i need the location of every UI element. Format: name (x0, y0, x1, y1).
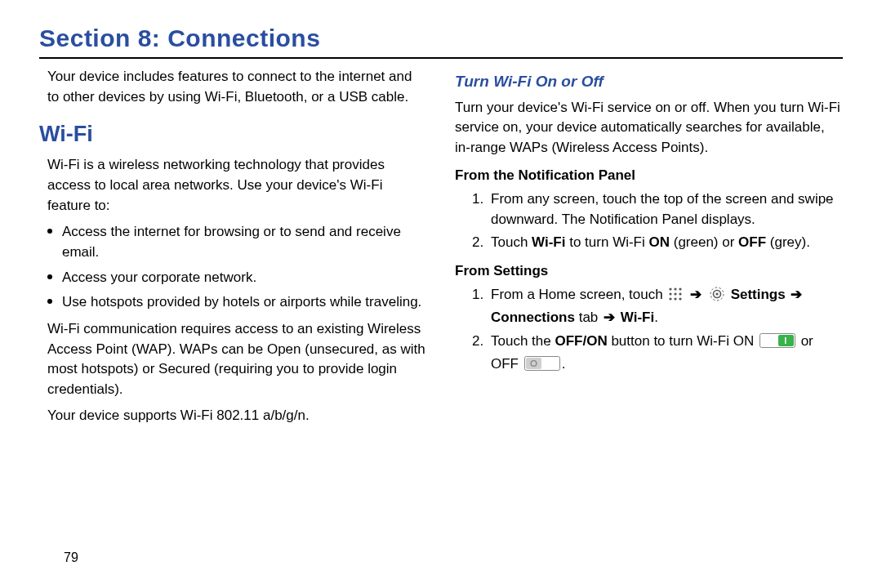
right-column: Turn Wi-Fi On or Off Turn your device's … (455, 67, 843, 433)
apps-grid-icon (668, 287, 683, 301)
connections-label: Connections (491, 310, 575, 325)
two-column-layout: Your device includes features to connect… (39, 67, 843, 433)
from-notification-panel-heading: From the Notification Panel (455, 166, 843, 186)
manual-page: Section 8: Connections Your device inclu… (0, 0, 882, 588)
svg-point-1 (675, 287, 677, 290)
svg-point-2 (679, 287, 682, 290)
arrow-icon: ➔ (791, 287, 802, 302)
settings-gear-icon (709, 286, 725, 309)
wifi-heading: Wi-Fi (39, 118, 427, 150)
wifi-label: Wi-Fi (532, 234, 565, 250)
svg-point-11 (715, 292, 718, 295)
step-item: From any screen, touch the top of the sc… (488, 189, 843, 229)
step-item: Touch Wi-Fi to turn Wi-Fi ON (green) or … (488, 233, 843, 253)
svg-point-7 (675, 297, 677, 300)
svg-point-8 (679, 297, 682, 300)
svg-rect-14 (785, 337, 786, 344)
svg-point-6 (670, 297, 672, 300)
step-text: Touch the (491, 333, 555, 349)
intro-paragraph: Your device includes features to connect… (47, 67, 427, 107)
svg-point-4 (675, 292, 677, 295)
wifi-description: Wi-Fi is a wireless networking technolog… (47, 155, 427, 216)
arrow-icon: ➔ (604, 310, 615, 325)
step-text: (grey). (766, 234, 810, 250)
step-text: . (562, 356, 566, 372)
svg-point-5 (679, 292, 682, 295)
svg-point-3 (670, 292, 672, 295)
settings-label: Settings (731, 287, 786, 302)
page-number: 79 (64, 550, 78, 565)
on-label: ON (649, 234, 670, 250)
step-item: From a Home screen, touch ➔ (488, 285, 843, 328)
list-item: Use hotspots provided by hotels or airpo… (47, 292, 427, 313)
step-text: . (654, 310, 658, 325)
notification-panel-steps: From any screen, touch the top of the sc… (470, 189, 843, 253)
step-text: to turn Wi-Fi (565, 234, 648, 250)
left-column: Your device includes features to connect… (39, 67, 427, 433)
from-settings-heading: From Settings (455, 261, 843, 282)
step-text: (green) or (670, 234, 738, 250)
step-text: button to turn Wi-Fi ON (608, 333, 758, 349)
step-text: Touch (491, 234, 532, 250)
section-title: Section 8: Connections (39, 24, 843, 52)
turn-wifi-intro: Turn your device's Wi-Fi service on or o… (455, 98, 843, 158)
wifi-support-paragraph: Your device supports Wi-Fi 802.11 a/b/g/… (47, 406, 427, 426)
title-rule (39, 57, 843, 59)
wifi-feature-list: Access the internet for browsing or to s… (47, 222, 427, 313)
step-text: From a Home screen, touch (491, 287, 666, 302)
list-item: Access your corporate network. (47, 268, 427, 288)
turn-wifi-heading: Turn Wi-Fi On or Off (455, 70, 843, 93)
offon-label: OFF/ON (555, 333, 607, 349)
step-item: Touch the OFF/ON button to turn Wi-Fi ON… (488, 332, 843, 376)
toggle-on-icon (760, 333, 795, 354)
from-settings-steps: From a Home screen, touch ➔ (470, 285, 843, 377)
svg-point-0 (670, 287, 672, 290)
step-text: tab (575, 310, 602, 325)
wap-paragraph: Wi-Fi communication requires access to a… (47, 319, 427, 400)
svg-rect-16 (526, 358, 541, 369)
list-item: Access the internet for browsing or to s… (47, 222, 427, 262)
wifi-label: Wi-Fi (621, 310, 654, 325)
off-label: OFF (738, 234, 766, 250)
arrow-icon: ➔ (690, 287, 702, 302)
toggle-off-icon (524, 356, 560, 377)
